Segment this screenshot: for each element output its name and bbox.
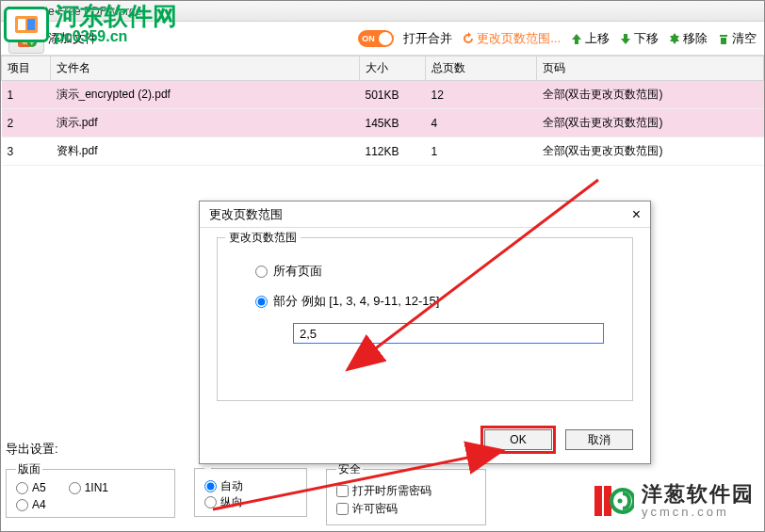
col-idx[interactable]: 项目 bbox=[2, 56, 51, 81]
svg-rect-1 bbox=[18, 19, 25, 30]
recycle-icon bbox=[668, 32, 681, 45]
col-pages[interactable]: 总页数 bbox=[426, 56, 537, 81]
remove-button[interactable]: 移除 bbox=[668, 30, 708, 47]
radio-1in1[interactable]: 1IN1 bbox=[69, 481, 108, 494]
watermark-logo-icon bbox=[4, 7, 49, 42]
table-row[interactable]: 3 资料.pdf 112KB 1 全部(双击更改页数范围) bbox=[2, 137, 764, 166]
change-range-dialog: 更改页数范围 × 更改页数范围 所有页面 部分 例如 [1, 3, 4, 9-1… bbox=[199, 201, 651, 464]
close-icon[interactable]: × bbox=[632, 206, 641, 223]
check-open-pwd[interactable]: 打开时所需密码 bbox=[336, 483, 476, 499]
page-range-input[interactable] bbox=[293, 323, 604, 344]
radio-portrait[interactable]: 纵向 bbox=[204, 494, 297, 510]
change-range-button[interactable]: 更改页数范围... bbox=[462, 30, 561, 47]
col-range[interactable]: 页码 bbox=[537, 56, 764, 81]
table-row[interactable]: 2 演示.pdf 145KB 4 全部(双击更改页数范围) bbox=[2, 109, 764, 137]
security-fieldset: 安全 打开时所需密码 许可密码 bbox=[326, 461, 486, 525]
move-down-button[interactable]: 下移 bbox=[619, 30, 659, 47]
refresh-icon bbox=[462, 32, 475, 45]
onion-watermark: 洋葱软件园 ycmcn.com bbox=[593, 480, 755, 522]
radio-partial-pages[interactable]: 部分 例如 [1, 3, 4, 9-11, 12-15] bbox=[255, 293, 613, 310]
radio-all-pages[interactable]: 所有页面 bbox=[255, 263, 613, 280]
radio-a5[interactable]: A5 bbox=[16, 481, 46, 494]
dialog-title: 更改页数范围 bbox=[209, 206, 283, 223]
check-perm-pwd[interactable]: 许可密码 bbox=[336, 501, 476, 517]
open-merge-toggle[interactable]: ON bbox=[358, 30, 394, 47]
cancel-button[interactable]: 取消 bbox=[565, 429, 633, 450]
file-table: 项目 文件名 大小 总页数 页码 1 演示_encrypted (2).pdf … bbox=[1, 56, 764, 166]
onion-logo-icon bbox=[593, 480, 634, 522]
col-name[interactable]: 文件名 bbox=[51, 56, 360, 81]
move-up-button[interactable]: 上移 bbox=[570, 30, 610, 47]
radio-auto[interactable]: 自动 bbox=[204, 478, 297, 494]
col-size[interactable]: 大小 bbox=[360, 56, 426, 81]
onion-url: ycmcn.com bbox=[642, 506, 755, 519]
table-row[interactable]: 1 演示_encrypted (2).pdf 501KB 12 全部(双击更改页… bbox=[2, 81, 764, 109]
dialog-group-title: 更改页数范围 bbox=[225, 230, 301, 246]
clear-button[interactable]: 清空 bbox=[717, 30, 757, 47]
onion-text: 洋葱软件园 bbox=[642, 483, 755, 506]
svg-rect-2 bbox=[27, 19, 35, 30]
arrow-down-icon bbox=[619, 32, 632, 45]
svg-rect-9 bbox=[594, 486, 602, 516]
watermark-overlay: 河东软件网 pc0359.cn bbox=[4, 4, 177, 45]
layout-fieldset: 版面 A5 A4 1IN1 bbox=[6, 461, 175, 518]
watermark-text: 河东软件网 bbox=[55, 4, 177, 28]
trash-icon bbox=[717, 32, 730, 45]
arrow-up-icon bbox=[570, 32, 583, 45]
orientation-fieldset: 自动 纵向 bbox=[194, 461, 307, 517]
svg-point-12 bbox=[618, 499, 623, 504]
radio-a4[interactable]: A4 bbox=[16, 498, 46, 511]
ok-button[interactable]: OK bbox=[484, 429, 552, 450]
open-merge-button[interactable]: 打开合并 bbox=[403, 30, 452, 47]
watermark-url: pc0359.cn bbox=[55, 28, 177, 45]
